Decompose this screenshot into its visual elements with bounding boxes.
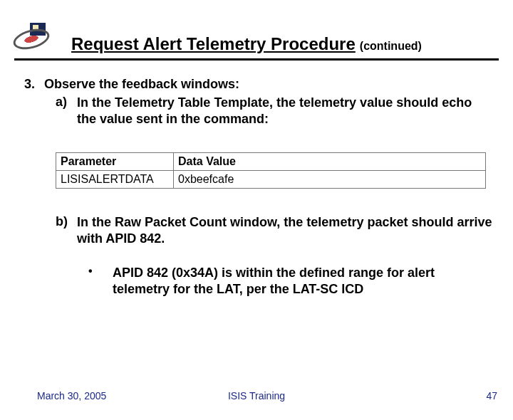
table-header-cell: Data Value [174, 152, 486, 170]
list-marker: b) [56, 214, 77, 248]
list-text: In the Telemetry Table Template, the tel… [77, 95, 493, 128]
list-text: In the Raw Packet Count window, the tele… [77, 214, 493, 248]
bullet-icon: • [88, 265, 113, 298]
list-marker: a) [56, 95, 77, 128]
list-item: 3. Observe the feedback windows: [24, 77, 493, 92]
list-text: Observe the feedback windows: [44, 77, 493, 92]
footer-center: ISIS Training [0, 390, 513, 401]
logo-icon [11, 23, 53, 51]
title-rule [14, 58, 499, 61]
table-cell: LISISALERTDATA [56, 170, 174, 188]
footer-page-number: 47 [486, 390, 497, 401]
table-header-cell: Parameter [56, 152, 174, 170]
title-main: Request Alert Telemetry Procedure [71, 34, 356, 54]
table-cell: 0xbeefcafe [174, 170, 486, 188]
telemetry-table-wrap: Parameter Data Value LISISALERTDATA 0xbe… [56, 152, 486, 189]
list-number: 3. [24, 77, 44, 92]
table-header-row: Parameter Data Value [56, 152, 486, 170]
list-text: APID 842 (0x34A) is within the defined r… [113, 265, 493, 298]
slide-footer: March 30, 2005 ISIS Training 47 [0, 390, 513, 404]
slide-title: Request Alert Telemetry Procedure (conti… [71, 34, 499, 56]
list-item: • APID 842 (0x34A) is within the defined… [88, 265, 493, 298]
table-row: LISISALERTDATA 0xbeefcafe [56, 170, 486, 188]
list-item: b) In the Raw Packet Count window, the t… [56, 214, 493, 248]
list-item: a) In the Telemetry Table Template, the … [56, 95, 493, 128]
telemetry-table: Parameter Data Value LISISALERTDATA 0xbe… [56, 152, 486, 189]
slide-page: Request Alert Telemetry Procedure (conti… [0, 0, 513, 420]
slide-body: 3. Observe the feedback windows: a) In t… [24, 77, 493, 298]
title-continued: (continued) [360, 40, 422, 53]
